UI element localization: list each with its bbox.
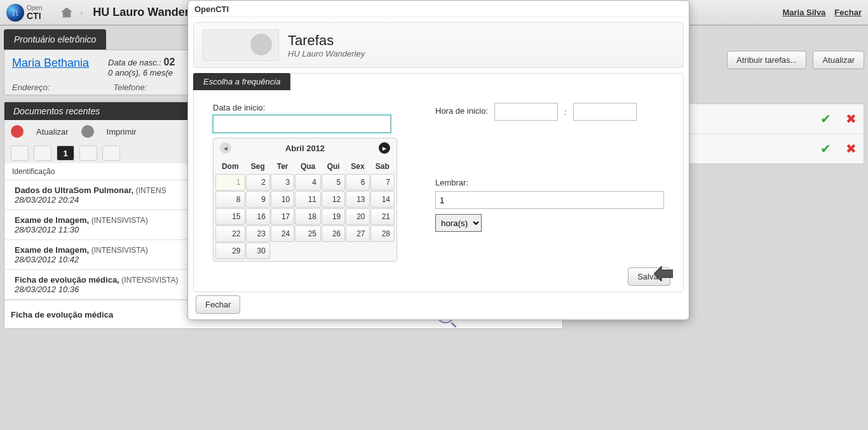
start-hour-input[interactable] [494, 103, 558, 121]
calendar-day[interactable]: 24 [271, 225, 294, 242]
card-icon [203, 29, 279, 61]
calendar-dow: Qui [322, 159, 345, 173]
calendar-month: Abril 2012 [285, 144, 325, 153]
calendar-dow: Sex [346, 159, 369, 173]
calendar-day[interactable]: 12 [322, 191, 345, 208]
calendar-day[interactable]: 15 [215, 208, 245, 225]
calendar-day[interactable]: 14 [370, 191, 395, 208]
modal-title: Tarefas [288, 32, 365, 49]
calendar-day[interactable]: 21 [370, 208, 395, 225]
modal-backdrop: OpenCTI Tarefas HU Lauro Wanderley Escol… [0, 0, 868, 430]
back-arrow-icon[interactable] [654, 266, 673, 281]
calendar-day[interactable]: 5 [322, 174, 345, 191]
calendar-dow: Ter [271, 159, 294, 173]
start-minute-input[interactable] [573, 103, 637, 121]
calendar-day[interactable]: 6 [346, 174, 369, 191]
modal-header: Tarefas HU Lauro Wanderley [193, 22, 684, 68]
start-date-label: Data de inicio: [213, 103, 410, 112]
calendar-day[interactable]: 3 [271, 174, 294, 191]
calendar-day[interactable]: 1 [215, 174, 245, 191]
calendar-dow: Dom [215, 159, 245, 173]
calendar-day[interactable]: 9 [246, 191, 270, 208]
calendar-day[interactable]: 8 [215, 191, 245, 208]
modal-body: Escolha a frequência Data de inicio: ◄ A… [193, 73, 684, 292]
calendar-day[interactable]: 25 [295, 225, 321, 242]
calendar-prev-icon[interactable]: ◄ [220, 142, 231, 154]
start-date-input[interactable] [213, 115, 391, 133]
remember-unit-select[interactable]: hora(s) [435, 214, 482, 232]
calendar-day[interactable]: 10 [271, 191, 294, 208]
calendar-day[interactable]: 17 [271, 208, 294, 225]
remember-label: Lembrar: [435, 178, 664, 187]
calendar-dow: Sab [370, 159, 395, 173]
calendar: ◄ Abril 2012 ► DomSegTerQuaQuiSexSab 123… [213, 138, 397, 262]
modal-app-title: OpenCTI [188, 1, 689, 17]
calendar-day[interactable]: 11 [295, 191, 321, 208]
calendar-day[interactable]: 30 [246, 243, 270, 259]
frequency-tab: Escolha a frequência [193, 73, 290, 90]
calendar-day[interactable]: 18 [295, 208, 321, 225]
start-time-label: Hora de inicio: [435, 106, 488, 116]
calendar-dow: Qua [295, 159, 321, 173]
calendar-day[interactable]: 29 [215, 243, 245, 259]
calendar-day[interactable]: 13 [346, 191, 369, 208]
calendar-day[interactable]: 7 [370, 174, 395, 191]
calendar-day[interactable]: 16 [246, 208, 270, 225]
calendar-day[interactable]: 28 [370, 225, 395, 242]
calendar-day[interactable]: 23 [246, 225, 270, 242]
remember-input[interactable] [435, 191, 664, 209]
time-separator: : [564, 107, 567, 117]
calendar-day[interactable]: 2 [246, 174, 270, 191]
calendar-next-icon[interactable]: ► [379, 142, 390, 154]
close-button[interactable]: Fechar [196, 295, 240, 314]
calendar-day[interactable]: 4 [295, 174, 321, 191]
modal: OpenCTI Tarefas HU Lauro Wanderley Escol… [187, 0, 689, 320]
modal-subtitle: HU Lauro Wanderley [288, 49, 365, 58]
calendar-dow: Seg [246, 159, 270, 173]
calendar-day[interactable]: 26 [322, 225, 345, 242]
calendar-day[interactable]: 22 [215, 225, 245, 242]
calendar-day[interactable]: 27 [346, 225, 369, 242]
calendar-day[interactable]: 19 [322, 208, 345, 225]
calendar-day[interactable]: 20 [346, 208, 369, 225]
calendar-grid: DomSegTerQuaQuiSexSab 123456789101112131… [214, 158, 397, 261]
